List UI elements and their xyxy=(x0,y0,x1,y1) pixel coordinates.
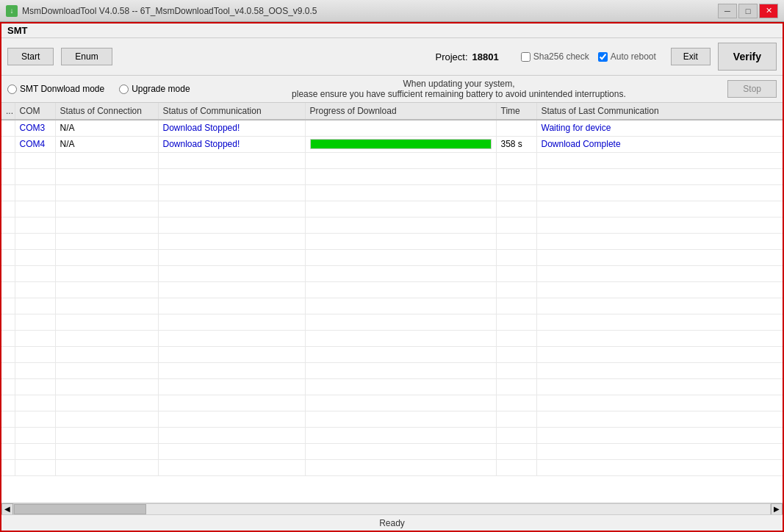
cell-status-conn: N/A xyxy=(55,120,158,136)
header-num: ... xyxy=(1,103,15,120)
auto-reboot-label: Auto reboot xyxy=(611,51,656,62)
upgrade-mode-text: Upgrade mode xyxy=(132,84,190,94)
scroll-track[interactable] xyxy=(13,503,771,515)
empty-row xyxy=(1,152,783,168)
empty-row xyxy=(1,233,783,249)
table-row: COM3N/ADownload Stopped!Waiting for devi… xyxy=(1,120,783,136)
smt-mode-label[interactable]: SMT Donwload mode xyxy=(7,84,104,94)
header-status-comm: Status of Communication xyxy=(158,103,305,120)
verify-button[interactable]: Verify xyxy=(718,43,777,71)
cell-time xyxy=(496,120,536,136)
empty-row xyxy=(1,314,783,330)
checkboxes: Sha256 check Auto reboot xyxy=(521,51,656,62)
status-text: Ready xyxy=(379,518,405,528)
minimize-button[interactable]: ─ xyxy=(718,4,737,18)
horizontal-scrollbar: ◀ ▶ xyxy=(1,503,783,514)
data-table: ... COM Status of Connection Status of C… xyxy=(1,103,783,476)
empty-row xyxy=(1,459,783,475)
empty-row xyxy=(1,362,783,378)
smt-bar: SMT xyxy=(1,24,783,38)
header-status-last: Status of Last Communication xyxy=(536,103,783,120)
cell-com: COM4 xyxy=(15,136,55,152)
progress-bar-container xyxy=(310,139,492,149)
cell-status-comm: Download Stopped! xyxy=(158,136,305,152)
window-title: MsmDownloadTool V4.0.58 -- 6T_MsmDownloa… xyxy=(22,6,317,16)
table-body: COM3N/ADownload Stopped!Waiting for devi… xyxy=(1,120,783,475)
info-text: When updating your system, please ensure… xyxy=(190,79,728,99)
empty-row xyxy=(1,411,783,427)
header-status-conn: Status of Connection xyxy=(55,103,158,120)
sha256-checkbox-label[interactable]: Sha256 check xyxy=(521,51,589,62)
scroll-left-arrow[interactable]: ◀ xyxy=(1,503,13,515)
upgrade-mode-label[interactable]: Upgrade mode xyxy=(119,84,190,94)
upgrade-mode-radio[interactable] xyxy=(119,85,129,94)
smt-mode-radio[interactable] xyxy=(7,85,17,94)
sha256-checkbox[interactable] xyxy=(521,52,531,62)
table-row: COM4N/ADownload Stopped!358 sDownload Co… xyxy=(1,136,783,152)
cell-num xyxy=(1,136,15,152)
cell-time: 358 s xyxy=(496,136,536,152)
empty-row xyxy=(1,217,783,233)
toolbar-right: Exit xyxy=(671,48,711,65)
project-label: Project: xyxy=(436,51,468,62)
info-bar: SMT Donwload mode Upgrade mode When upda… xyxy=(1,76,783,103)
table-container: ... COM Status of Connection Status of C… xyxy=(1,103,783,503)
header-com: COM xyxy=(15,103,55,120)
empty-row xyxy=(1,265,783,281)
app-icon: ↓ xyxy=(6,5,18,17)
exit-button[interactable]: Exit xyxy=(671,48,711,65)
empty-row xyxy=(1,168,783,184)
info-line2: please ensure you have sufficient remain… xyxy=(190,89,728,99)
close-button[interactable]: ✕ xyxy=(759,4,778,18)
header-progress: Progress of Download xyxy=(305,103,496,120)
stop-button[interactable]: Stop xyxy=(727,80,777,98)
cell-num xyxy=(1,120,15,136)
scroll-thumb[interactable] xyxy=(14,504,146,514)
smt-label: SMT xyxy=(7,25,27,36)
table-header-row: ... COM Status of Connection Status of C… xyxy=(1,103,783,120)
project-value: 18801 xyxy=(472,51,499,62)
empty-row xyxy=(1,443,783,459)
header-time: Time xyxy=(496,103,536,120)
cell-status-last: Waiting for device xyxy=(536,120,783,136)
enum-button[interactable]: Enum xyxy=(61,48,112,65)
scroll-right-arrow[interactable]: ▶ xyxy=(771,503,783,515)
mode-radio-group: SMT Donwload mode Upgrade mode xyxy=(7,84,190,94)
cell-progress xyxy=(305,120,496,136)
title-bar: ↓ MsmDownloadTool V4.0.58 -- 6T_MsmDownl… xyxy=(0,0,784,22)
auto-reboot-checkbox-label[interactable]: Auto reboot xyxy=(598,51,656,62)
empty-row xyxy=(1,201,783,217)
cell-progress xyxy=(305,136,496,152)
empty-row xyxy=(1,330,783,346)
sha256-label: Sha256 check xyxy=(533,51,589,62)
window-controls: ─ □ ✕ xyxy=(718,4,778,18)
empty-row xyxy=(1,298,783,314)
auto-reboot-checkbox[interactable] xyxy=(598,52,608,62)
empty-row xyxy=(1,346,783,362)
progress-bar-fill xyxy=(311,140,491,148)
empty-row xyxy=(1,395,783,411)
project-section: Project: 18801 xyxy=(436,51,499,62)
empty-row xyxy=(1,184,783,201)
empty-row xyxy=(1,249,783,265)
restore-button[interactable]: □ xyxy=(738,4,758,18)
smt-mode-text: SMT Donwload mode xyxy=(20,84,104,94)
start-button[interactable]: Start xyxy=(7,48,54,65)
cell-status-last: Download Complete xyxy=(536,136,783,152)
empty-row xyxy=(1,427,783,443)
app-window: SMT Start Enum Project: 18801 Sha256 che… xyxy=(0,22,784,532)
cell-status-comm: Download Stopped! xyxy=(158,120,305,136)
cell-com: COM3 xyxy=(15,120,55,136)
empty-row xyxy=(1,281,783,298)
cell-status-conn: N/A xyxy=(55,136,158,152)
title-bar-left: ↓ MsmDownloadTool V4.0.58 -- 6T_MsmDownl… xyxy=(6,5,317,17)
status-bar: Ready xyxy=(1,514,783,531)
empty-row xyxy=(1,378,783,395)
info-line1: When updating your system, xyxy=(190,79,728,89)
toolbar: Start Enum Project: 18801 Sha256 check A… xyxy=(1,38,783,76)
